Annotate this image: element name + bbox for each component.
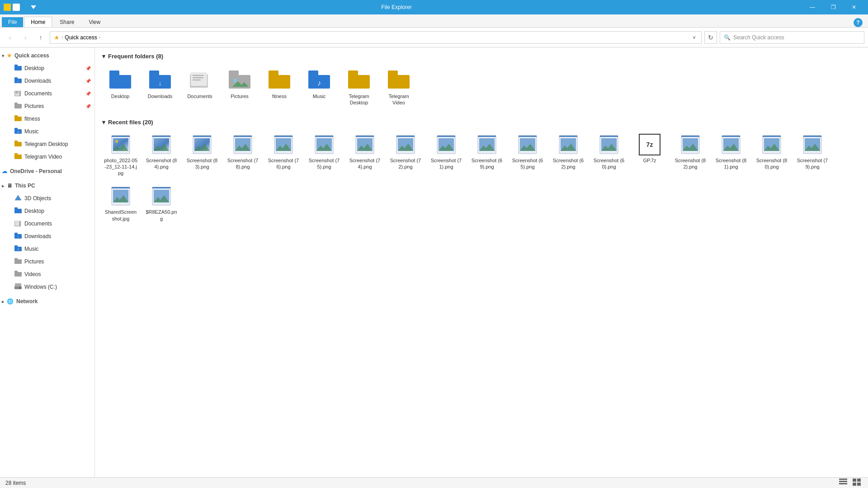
tab-view[interactable]: View: [82, 17, 107, 27]
recent-files-section-title[interactable]: ▾ Recent files (20): [102, 119, 861, 126]
sidebar-item-windows-c[interactable]: Windows (C:): [0, 281, 94, 293]
file-item-ss82[interactable]: Screenshot (82).png: [672, 131, 709, 179]
file-icon-ss74: [354, 134, 376, 155]
svg-rect-81: [234, 136, 252, 137]
minimize-button[interactable]: —: [802, 0, 823, 14]
view-toggle-buttons: [837, 478, 863, 488]
file-item-r8eza50[interactable]: $R8EZA50.png: [143, 183, 180, 225]
svg-rect-109: [519, 136, 537, 137]
file-label: $R8EZA50.png: [145, 209, 178, 222]
pictures-pc-folder-icon: [14, 258, 22, 265]
svg-rect-46: [149, 70, 159, 76]
folder-item-pictures[interactable]: Pictures: [222, 65, 258, 110]
sidebar-item-label: Network: [16, 298, 38, 305]
sidebar-item-downloads[interactable]: ↓ Downloads 📌: [0, 75, 94, 87]
folder-item-telegram-desktop[interactable]: Telegram Desktop: [341, 65, 377, 110]
file-item-gp7z[interactable]: 7z GP.7z: [631, 131, 668, 179]
forward-button[interactable]: ›: [19, 31, 32, 44]
search-icon: 🔍: [724, 34, 731, 41]
frequent-folders-section-title[interactable]: ▾ Frequent folders (8): [102, 53, 861, 60]
file-item-ss72[interactable]: Screenshot (72).png: [387, 131, 424, 179]
folder-label: Pictures: [231, 93, 249, 99]
folder-item-desktop[interactable]: Desktop: [102, 65, 138, 110]
file-item-ss62[interactable]: Screenshot (62).png: [550, 131, 587, 179]
file-item-ss71[interactable]: Screenshot (71).png: [428, 131, 465, 179]
recent-files-grid: photo_2022-05-23_12-11-14.jpg Screenshot…: [102, 131, 861, 225]
sidebar-item-telegram-video[interactable]: Telegram Video: [0, 150, 94, 163]
telegram-video-folder-big-icon: [388, 69, 410, 90]
svg-rect-41: [15, 283, 21, 286]
file-item-ss79[interactable]: Screenshot (79).png: [794, 131, 831, 179]
sidebar-item-pictures-pc[interactable]: Pictures: [0, 255, 94, 268]
sidebar-item-fitness[interactable]: fitness: [0, 113, 94, 125]
folder-item-downloads[interactable]: ↓ Downloads: [142, 65, 178, 110]
file-item-ss81[interactable]: Screenshot (81).png: [712, 131, 750, 179]
up-button[interactable]: ↑: [34, 31, 47, 44]
downloads-folder-icon: ↓: [14, 77, 22, 84]
sidebar-item-onedrive[interactable]: ☁ OneDrive - Personal: [0, 165, 94, 178]
sidebar-item-quick-access[interactable]: ▾ ★ Quick access: [0, 49, 94, 62]
back-button[interactable]: ‹: [4, 31, 16, 44]
svg-rect-145: [839, 481, 847, 482]
svg-rect-77: [193, 136, 211, 137]
sidebar-item-label: 3D Objects: [24, 195, 51, 202]
folder-item-telegram-video[interactable]: Telegram Video: [381, 65, 417, 110]
file-item-ss65[interactable]: Screenshot (65).png: [509, 131, 546, 179]
file-label: Screenshot (69).png: [470, 157, 504, 170]
telegram-desktop-folder-big-icon: [348, 69, 370, 90]
file-item-ss60[interactable]: Screenshot (60).png: [590, 131, 627, 179]
file-item-ss83[interactable]: Screenshot (83).png: [184, 131, 221, 179]
folder-label: Telegram Video: [382, 93, 415, 106]
sidebar-item-music[interactable]: ♪ Music: [0, 125, 94, 138]
close-button[interactable]: ✕: [844, 0, 864, 14]
svg-rect-137: [112, 187, 130, 188]
downloads-pc-folder-icon: ↓: [14, 233, 22, 240]
file-item-shared[interactable]: SharedScreenshot.jpg: [102, 183, 139, 225]
svg-rect-15: [14, 103, 18, 104]
refresh-button[interactable]: ↻: [704, 31, 717, 44]
help-button[interactable]: ?: [854, 18, 863, 27]
quick-access-chevron-icon: ▾: [2, 53, 4, 58]
sidebar-item-desktop[interactable]: Desktop 📌: [0, 62, 94, 75]
tab-home[interactable]: Home: [24, 17, 52, 27]
svg-rect-12: [15, 92, 19, 93]
section-title-text: Frequent folders (8): [108, 53, 163, 60]
file-item-ss84[interactable]: Screenshot (84).png: [143, 131, 180, 179]
sidebar-item-downloads-pc[interactable]: ↓ Downloads: [0, 230, 94, 243]
sidebar-item-this-pc[interactable]: ▸ 🖥 This PC: [0, 179, 94, 192]
sidebar-item-label: Telegram Desktop: [24, 141, 68, 147]
sidebar-item-music-pc[interactable]: ♪ Music: [0, 243, 94, 255]
folder-item-documents[interactable]: Documents: [182, 65, 218, 110]
maximize-button[interactable]: ❐: [823, 0, 844, 14]
sidebar-item-network[interactable]: ▸ 🌐 Network: [0, 295, 94, 308]
file-item-photo[interactable]: photo_2022-05-23_12-11-14.jpg: [102, 131, 139, 179]
list-view-button[interactable]: [837, 478, 849, 488]
file-item-ss75[interactable]: Screenshot (75).png: [306, 131, 343, 179]
tab-file[interactable]: File: [2, 17, 23, 27]
svg-rect-148: [857, 479, 861, 482]
sidebar-item-pictures[interactable]: Pictures 📌: [0, 100, 94, 113]
file-item-ss80[interactable]: Screenshot (80).png: [753, 131, 790, 179]
file-label: photo_2022-05-23_12-11-14.jpg: [104, 157, 137, 177]
address-bar[interactable]: ★ › Quick access › ∨: [50, 31, 702, 44]
file-item-ss74[interactable]: Screenshot (74).png: [346, 131, 383, 179]
search-box[interactable]: 🔍 Search Quick access: [720, 31, 864, 44]
pin-icon: 📌: [85, 66, 91, 71]
file-item-ss78[interactable]: Screenshot (78).png: [224, 131, 261, 179]
svg-rect-4: [14, 66, 22, 70]
sidebar-item-desktop-pc[interactable]: Desktop: [0, 205, 94, 217]
sidebar-item-telegram-desktop[interactable]: Telegram Desktop: [0, 138, 94, 150]
file-label: Screenshot (72).png: [389, 157, 422, 170]
folder-item-fitness[interactable]: fitness: [261, 65, 297, 110]
sidebar-item-documents[interactable]: Documents 📌: [0, 87, 94, 100]
folder-item-music[interactable]: ♪ Music: [301, 65, 337, 110]
sidebar-item-3d-objects[interactable]: 3D Objects: [0, 192, 94, 205]
sidebar-item-documents-pc[interactable]: Documents: [0, 217, 94, 230]
file-item-ss76[interactable]: Screenshot (76).png: [265, 131, 302, 179]
file-item-ss69[interactable]: Screenshot (69).png: [468, 131, 505, 179]
tab-share[interactable]: Share: [53, 17, 81, 27]
address-dropdown-icon[interactable]: ∨: [691, 33, 698, 42]
details-view-button[interactable]: [851, 478, 863, 488]
file-label: Screenshot (62).png: [552, 157, 585, 170]
sidebar-item-videos-pc[interactable]: Videos: [0, 268, 94, 281]
